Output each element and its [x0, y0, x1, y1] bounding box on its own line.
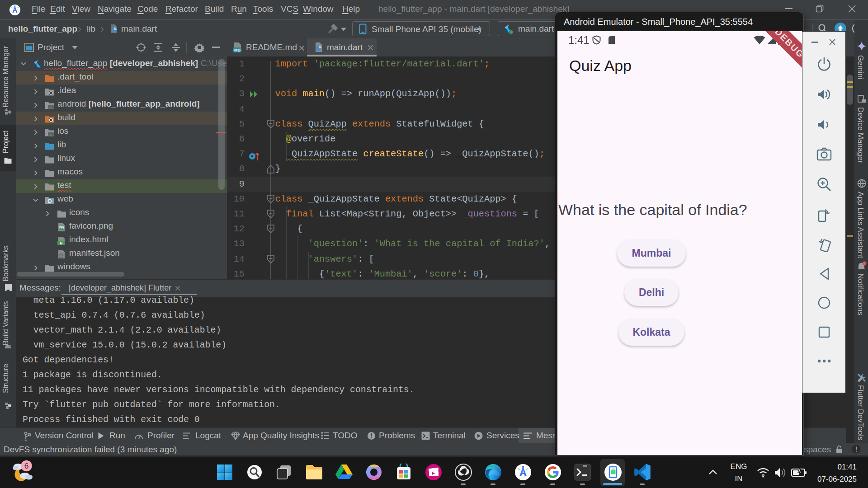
- svg-text:H: H: [60, 241, 63, 245]
- svg-text:6: 6: [24, 462, 28, 470]
- svg-text:MD: MD: [234, 48, 241, 52]
